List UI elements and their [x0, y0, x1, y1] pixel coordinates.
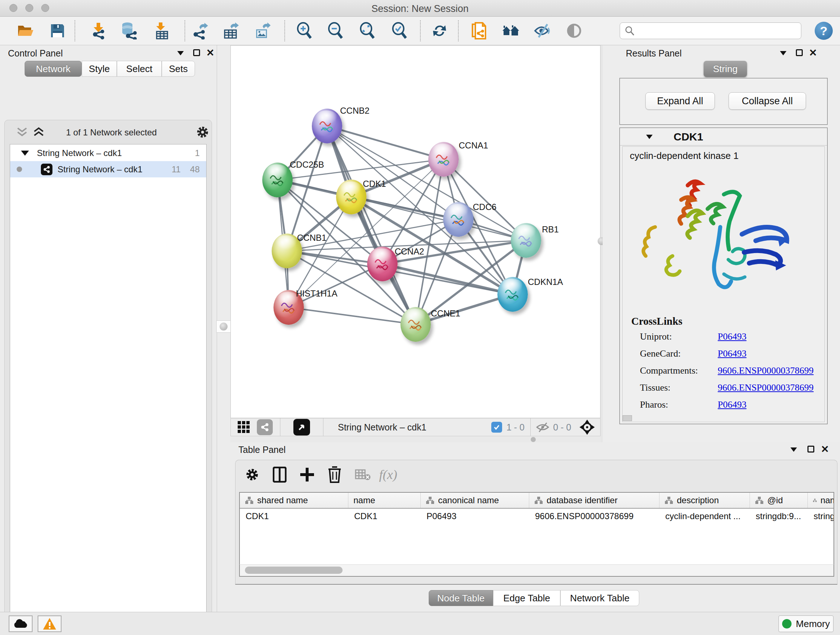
- column-header-description[interactable]: description: [660, 493, 750, 508]
- zoom-fit-icon[interactable]: [358, 22, 376, 40]
- network-node-cdk1[interactable]: [336, 180, 366, 214]
- table-cell[interactable]: CDK1: [240, 509, 348, 524]
- delete-table-icon[interactable]: [354, 465, 372, 484]
- export-image-icon[interactable]: [253, 22, 271, 40]
- left-splitter[interactable]: [217, 45, 231, 612]
- table-cell[interactable]: stringdb: [808, 509, 834, 524]
- export-network-icon[interactable]: [191, 22, 209, 40]
- function-builder-icon[interactable]: f(x): [379, 465, 398, 484]
- control-panel-collapse-icon[interactable]: [177, 51, 184, 55]
- network-options-gear-icon[interactable]: [196, 125, 210, 139]
- column-header--id[interactable]: @id: [750, 493, 808, 508]
- column-header-name[interactable]: name: [348, 493, 421, 508]
- show-columns-icon[interactable]: [270, 465, 289, 484]
- string-home-icon[interactable]: [502, 22, 520, 40]
- column-header-shared-name[interactable]: shared name: [240, 493, 348, 508]
- results-panel-collapse-icon[interactable]: [780, 51, 786, 55]
- results-panel-close-icon[interactable]: ✕: [809, 48, 817, 58]
- refresh-view-icon[interactable]: [431, 22, 448, 40]
- left-splitter-handle[interactable]: [216, 320, 231, 333]
- export-table-icon[interactable]: [222, 22, 240, 40]
- help-icon[interactable]: ?: [815, 22, 833, 40]
- results-hscrollbar-thumb[interactable]: [622, 415, 632, 421]
- zoom-selected-icon[interactable]: [390, 22, 409, 40]
- column-header-database-identifier[interactable]: database identifier: [529, 493, 660, 508]
- detach-view-icon[interactable]: [294, 419, 310, 435]
- control-panel-close-icon[interactable]: ✕: [206, 48, 215, 58]
- crosslink-value-link[interactable]: 9606.ENSP00000378699: [718, 365, 813, 376]
- show-all-icon[interactable]: [565, 22, 583, 40]
- import-table-file-icon[interactable]: [153, 22, 171, 40]
- control-panel-float-icon[interactable]: [193, 49, 200, 56]
- network-node-ccna2[interactable]: [367, 247, 398, 281]
- tab-node-table[interactable]: Node Table: [429, 590, 493, 606]
- selected-checkbox-icon[interactable]: [491, 422, 502, 432]
- crosslink-value-link[interactable]: P06493: [718, 348, 746, 359]
- table-row[interactable]: CDK1CDK1P064939606.ENSP00000378699cyclin…: [240, 509, 834, 524]
- add-column-icon[interactable]: [298, 465, 317, 484]
- tab-style[interactable]: Style: [82, 61, 117, 77]
- network-node-rb1[interactable]: [511, 223, 541, 258]
- search-field[interactable]: [639, 26, 794, 36]
- tab-network-table[interactable]: Network Table: [561, 590, 639, 606]
- import-network-file-icon[interactable]: [89, 22, 107, 40]
- table-options-gear-icon[interactable]: [243, 465, 262, 484]
- network-node-cdkn1a[interactable]: [497, 277, 528, 312]
- hidden-eye-icon[interactable]: [536, 422, 549, 432]
- tab-string[interactable]: String: [704, 61, 747, 77]
- network-edge[interactable]: [327, 126, 444, 159]
- memory-button[interactable]: Memory: [778, 616, 834, 632]
- tab-network[interactable]: Network: [25, 61, 82, 77]
- expand-all-networks-icon[interactable]: [32, 127, 45, 138]
- crosslink-value-link[interactable]: 9606.ENSP00000378699: [718, 382, 813, 393]
- network-collection-row[interactable]: String Network – cdk1 1: [10, 145, 206, 161]
- tab-edge-table[interactable]: Edge Table: [493, 590, 561, 606]
- table-hscrollbar-thumb[interactable]: [245, 567, 343, 574]
- table-cell[interactable]: cyclin-dependent ...: [660, 509, 750, 524]
- table-cell[interactable]: stringdb:9...: [750, 509, 808, 524]
- hide-unselected-icon[interactable]: [534, 22, 552, 40]
- tree-expand-icon[interactable]: [21, 150, 29, 156]
- table-cell[interactable]: P06493: [421, 509, 529, 524]
- network-node-cdc6[interactable]: [443, 202, 474, 237]
- network-node-ccna1[interactable]: [428, 142, 459, 177]
- network-edge[interactable]: [287, 126, 327, 251]
- tab-sets[interactable]: Sets: [162, 61, 195, 77]
- warnings-button[interactable]: [38, 616, 62, 632]
- network-node-ccne1[interactable]: [401, 307, 431, 342]
- horizontal-splitter-handle[interactable]: [531, 437, 536, 442]
- collapse-all-networks-icon[interactable]: [16, 127, 28, 138]
- grid-view-icon[interactable]: [237, 421, 250, 434]
- network-node-cdc25b[interactable]: [262, 163, 293, 197]
- toolbar-search-input[interactable]: [620, 22, 801, 39]
- expand-all-button[interactable]: Expand All: [645, 92, 715, 110]
- string-import-icon[interactable]: [470, 22, 488, 40]
- save-session-icon[interactable]: [49, 22, 66, 40]
- table-panel-close-icon[interactable]: ✕: [821, 445, 829, 454]
- column-header-namespace[interactable]: namespace: [808, 493, 834, 508]
- table-hscrollbar[interactable]: [239, 564, 834, 577]
- results-panel-float-icon[interactable]: [796, 49, 803, 56]
- gene-collapse-icon[interactable]: [646, 135, 653, 139]
- network-row-selected[interactable]: String Network – cdk1 11 48: [10, 161, 206, 177]
- gene-section-header[interactable]: CDK1: [620, 128, 827, 146]
- tab-select[interactable]: Select: [117, 61, 162, 77]
- crosslink-value-link[interactable]: P06493: [718, 331, 746, 342]
- zoom-out-icon[interactable]: [326, 22, 344, 40]
- network-edge[interactable]: [289, 307, 416, 325]
- import-network-database-icon[interactable]: [120, 22, 138, 40]
- delete-column-icon[interactable]: [325, 465, 344, 484]
- birds-eye-view-icon[interactable]: [579, 419, 595, 435]
- network-canvas[interactable]: CCNB2CCNA1CDC25BCDK1CDC6RB1CCNB1CCNA2CDK…: [231, 45, 600, 418]
- network-view-type-icon[interactable]: [257, 419, 273, 435]
- column-header-canonical-name[interactable]: canonical name: [421, 493, 529, 508]
- table-panel-float-icon[interactable]: [807, 446, 814, 453]
- open-session-icon[interactable]: [17, 22, 35, 40]
- zoom-in-icon[interactable]: [295, 22, 313, 40]
- table-cell[interactable]: CDK1: [348, 509, 421, 524]
- network-node-ccnb2[interactable]: [312, 109, 342, 143]
- crosslink-value-link[interactable]: P06493: [718, 399, 746, 410]
- table-cell[interactable]: 9606.ENSP00000378699: [529, 509, 660, 524]
- network-edge[interactable]: [327, 126, 416, 325]
- collapse-all-button[interactable]: Collapse All: [729, 92, 806, 110]
